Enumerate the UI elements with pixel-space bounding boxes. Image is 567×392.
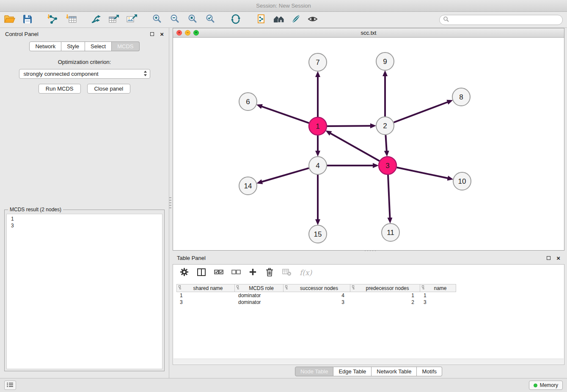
save-floppy-icon (22, 14, 33, 25)
graph-node-6[interactable]: 6 (239, 93, 257, 110)
split-handle-vertical[interactable] (169, 196, 171, 208)
tab-motifs[interactable]: Motifs (417, 367, 442, 376)
deselect-all-button[interactable] (231, 268, 241, 277)
network-canvas[interactable]: 7968124310141511 (173, 38, 564, 250)
close-table-panel-icon[interactable]: × (556, 255, 560, 261)
tab-network-table[interactable]: Network Table (372, 367, 417, 376)
show-columns-button[interactable] (197, 268, 206, 278)
column-header-predecessor-nodes[interactable]: predecessor nodes (350, 284, 420, 292)
show-hide-button[interactable] (306, 13, 320, 27)
edge-3-to-10[interactable] (397, 168, 448, 179)
node-table: shared name MCDS role successor nodes (176, 284, 456, 306)
delete-table-button[interactable] (282, 268, 292, 277)
criterion-select[interactable]: strongly connected component (19, 69, 150, 79)
column-header-shared-name[interactable]: shared name (176, 284, 235, 292)
run-mcds-button[interactable]: Run MCDS (39, 84, 81, 94)
function-builder-button[interactable]: f(x) (300, 268, 312, 277)
tab-edge-table[interactable]: Edge Table (333, 367, 372, 376)
export-image-button[interactable] (124, 13, 139, 27)
mcds-result-box: MCDS result (2 nodes) 1 3 (4, 210, 165, 371)
window-titlebar: Session: New Session (0, 0, 567, 12)
graph-node-11[interactable]: 11 (382, 224, 399, 241)
zoom-out-button[interactable] (168, 13, 182, 27)
edge-3-to-11[interactable] (388, 175, 390, 218)
network-window-titlebar[interactable]: × − + scc.txt (173, 28, 564, 38)
graph-node-10[interactable]: 10 (453, 172, 471, 190)
delete-column-button[interactable] (265, 268, 274, 278)
edge-2-to-3[interactable] (385, 135, 386, 151)
network-overview-button[interactable] (272, 13, 286, 27)
close-panel-button[interactable]: Close panel (87, 84, 131, 94)
undock-panel-icon[interactable] (150, 32, 154, 36)
zoom-window-icon[interactable]: + (193, 30, 199, 36)
graph-node-8[interactable]: 8 (452, 88, 470, 106)
memory-button[interactable]: Memory (529, 381, 563, 390)
export-table-button[interactable] (107, 13, 121, 27)
tab-style[interactable]: Style (61, 41, 85, 51)
table-horizontal-scrollbar[interactable] (173, 359, 564, 364)
table-settings-button[interactable] (180, 268, 189, 278)
column-header-name[interactable]: name (420, 284, 456, 292)
fork-arrows-icon (91, 14, 102, 25)
column-header-successor-nodes[interactable]: successor nodes (284, 284, 350, 292)
duplicate-network-button[interactable] (254, 13, 268, 27)
cell-name[interactable]: 3 (420, 299, 456, 305)
open-session-button[interactable] (3, 13, 17, 27)
cell-mcds-role[interactable]: dominator (235, 299, 284, 305)
memory-status-icon (534, 384, 537, 387)
new-network-button[interactable] (89, 13, 103, 27)
graph-node-2[interactable]: 2 (376, 117, 394, 135)
cell-predecessor-nodes[interactable]: 2 (350, 299, 420, 305)
tab-select[interactable]: Select (85, 41, 112, 51)
close-window-icon[interactable]: × (176, 30, 182, 36)
search-field[interactable] (439, 15, 563, 25)
edge-3-to-1[interactable] (330, 133, 380, 161)
cell-mcds-role[interactable]: dominator (235, 293, 284, 298)
table-row[interactable]: 1 dominator 4 1 1 (176, 292, 456, 299)
cell-successor-nodes[interactable]: 3 (284, 299, 350, 305)
graph-node-15[interactable]: 15 (309, 225, 327, 243)
search-input[interactable] (449, 17, 559, 23)
graph-node-7[interactable]: 7 (309, 53, 327, 71)
cell-successor-nodes[interactable]: 4 (284, 293, 350, 298)
graph-node-4[interactable]: 4 (309, 157, 327, 174)
zoom-out-icon (170, 14, 180, 25)
svg-text:11: 11 (387, 229, 394, 237)
edge-1-to-6[interactable] (261, 106, 309, 123)
undock-table-panel-icon[interactable] (547, 256, 550, 260)
apply-layout-button[interactable] (228, 13, 243, 27)
tab-mcds[interactable]: MCDS (112, 41, 139, 51)
edge-4-to-14[interactable] (262, 168, 309, 182)
graph-node-1[interactable]: 1 (309, 117, 327, 135)
zoom-in-button[interactable] (150, 13, 164, 27)
task-history-button[interactable] (4, 381, 16, 390)
zoom-in-icon (152, 14, 162, 25)
graph-node-3[interactable]: 3 (379, 157, 396, 174)
save-session-button[interactable] (20, 13, 35, 27)
add-column-button[interactable] (249, 268, 257, 277)
criterion-select-value: strongly connected component (24, 71, 143, 77)
graph-node-9[interactable]: 9 (376, 52, 394, 70)
edge-1-to-2[interactable] (327, 126, 371, 126)
graph-node-14[interactable]: 14 (239, 177, 257, 195)
cell-predecessor-nodes[interactable]: 1 (350, 293, 420, 298)
tab-node-table[interactable]: Node Table (295, 367, 334, 376)
brush-icon (291, 14, 301, 25)
table-row[interactable]: 3 dominator 3 2 3 (176, 299, 456, 306)
cell-shared-name[interactable]: 1 (176, 293, 235, 298)
select-all-button[interactable] (214, 268, 223, 277)
close-panel-icon[interactable]: × (160, 31, 164, 37)
import-table-button[interactable] (64, 13, 79, 27)
zoom-selected-button[interactable] (203, 13, 217, 27)
cell-shared-name[interactable]: 3 (176, 299, 235, 305)
minimize-window-icon[interactable]: − (185, 30, 190, 36)
tab-network[interactable]: Network (29, 41, 61, 51)
zoom-fit-button[interactable] (185, 13, 200, 27)
table-panel-title: Table Panel (177, 255, 206, 261)
cell-name[interactable]: 1 (420, 293, 456, 298)
graphics-details-button[interactable] (289, 13, 303, 27)
edge-2-to-8[interactable] (394, 102, 448, 122)
import-network-button[interactable] (46, 13, 60, 27)
column-header-mcds-role[interactable]: MCDS role (235, 284, 284, 292)
column-sort-icon (352, 285, 357, 291)
